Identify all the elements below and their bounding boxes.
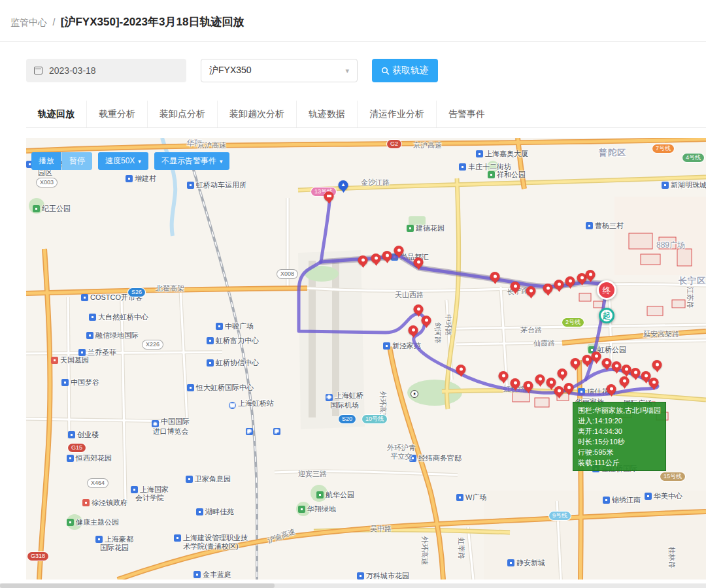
stop-marker-pin[interactable]	[394, 246, 404, 255]
stop-marker-pin[interactable]	[409, 325, 418, 335]
play-button[interactable]: 播放	[31, 152, 61, 170]
map-label: 华美中心	[645, 492, 682, 500]
stop-marker-pin[interactable]	[422, 316, 431, 325]
stop-marker-pin[interactable]	[586, 270, 596, 280]
blue-icon	[186, 476, 193, 483]
stop-marker-pin[interactable]	[371, 253, 381, 263]
stop-marker-pin[interactable]	[524, 381, 533, 391]
stop-marker-pin[interactable]	[358, 255, 368, 265]
stop-marker-pin[interactable]	[571, 358, 580, 368]
map-label: 虹桥动车运用所	[187, 181, 246, 189]
stop-marker-pin[interactable]	[414, 257, 424, 267]
truck-marker[interactable]	[324, 191, 334, 201]
stop-marker-pin[interactable]	[546, 378, 556, 387]
end-marker[interactable]: 终	[597, 280, 616, 300]
tab-3[interactable]: 装卸点分析	[147, 101, 217, 127]
page-header: 监管中心 / [沪FYX350]-2023年3月18日轨迹回放	[0, 0, 706, 42]
nav-marker[interactable]: ▲	[339, 180, 348, 190]
stop-marker-pin[interactable]	[499, 371, 509, 381]
road-shield: X464	[88, 479, 108, 487]
stop-marker-pin[interactable]	[607, 384, 616, 394]
filter-toolbar: 2023-03-18 沪FYX350 ▾ 获取轨迹	[26, 59, 706, 82]
map-label: 虹桥富力中心	[207, 336, 259, 345]
stop-marker-pin[interactable]	[554, 386, 564, 396]
star-icon: ★	[152, 420, 159, 427]
stop-marker-pin[interactable]	[511, 282, 520, 291]
stop-marker-pin[interactable]	[526, 286, 536, 296]
fetch-track-button[interactable]: 获取轨迹	[372, 59, 438, 82]
blue-icon	[662, 182, 669, 189]
map-label: ᴥ	[411, 387, 420, 398]
map-label: 剑河路	[433, 322, 442, 344]
stop-marker-pin[interactable]	[511, 378, 520, 388]
map-label: 长宁区	[679, 276, 706, 285]
tab-5[interactable]: 轨迹数据	[296, 101, 357, 127]
map-label: 华翔绿地	[298, 505, 336, 514]
stop-marker-pin[interactable]	[535, 374, 545, 384]
tab-1[interactable]: 轨迹回放	[26, 101, 86, 127]
map-label: 沪渝高速	[267, 527, 297, 545]
horizontal-scrollbar[interactable]	[0, 583, 706, 588]
stop-marker-pin[interactable]	[592, 351, 601, 361]
chevron-down-icon: ▾	[220, 158, 223, 165]
stop-marker-pin[interactable]	[490, 272, 500, 282]
stop-marker-pin[interactable]	[620, 376, 630, 386]
stop-marker-pin[interactable]	[612, 361, 622, 371]
stop-marker-pin[interactable]	[564, 383, 574, 393]
blue-icon	[603, 497, 610, 504]
stop-marker-pin[interactable]	[554, 280, 564, 289]
red-icon	[82, 499, 90, 506]
blue-icon	[207, 337, 214, 344]
map-label: 恒大虹桥国际中心	[187, 384, 254, 392]
map-label: P	[246, 425, 255, 435]
speed-select[interactable]: 速度50X▾	[98, 152, 148, 170]
stop-marker-pin[interactable]	[382, 251, 392, 261]
breadcrumb-separator: /	[52, 17, 55, 27]
map-label: 普陀区	[599, 148, 626, 157]
tab-6[interactable]: 清运作业分析	[357, 101, 436, 127]
green-icon	[33, 205, 40, 212]
stop-marker-pin[interactable]	[652, 360, 662, 370]
map-label: 京沪高速	[413, 141, 442, 150]
tooltip-line: 装载:111公斤	[578, 457, 661, 468]
alarm-display-select[interactable]: 不显示告警事件▾	[154, 152, 230, 170]
pause-button[interactable]: 暂停	[62, 152, 92, 170]
map-label: 锦绣江南	[603, 496, 641, 504]
metro-line-badge: 15号线	[660, 472, 685, 481]
map-label: 融信绿地国际	[86, 331, 139, 340]
map[interactable]: 华翔京沪高速京沪高速普陀区上海嘉奥大厦丰庄十二街坊祥和公园新湖明珠城金沙江路增建…	[26, 138, 706, 580]
tab-2[interactable]: 载重分析	[86, 101, 147, 127]
stop-marker-pin[interactable]	[565, 276, 575, 286]
map-label: 创业楼	[68, 431, 99, 439]
stop-marker-pin[interactable]	[622, 365, 631, 374]
blue-icon	[357, 572, 364, 580]
map-label: 天国墓园	[51, 356, 89, 365]
map-label: 新湖明珠城	[662, 181, 706, 189]
analysis-tabs: 轨迹回放载重分析装卸点分析装卸趟次分析轨迹数据清运作业分析告警事件	[26, 101, 706, 128]
stop-marker-pin[interactable]	[649, 378, 659, 387]
stop-marker-pin[interactable]	[602, 358, 612, 368]
tooltip-line: 离开:14:34:30	[578, 426, 661, 436]
map-label: 恒西郊花园	[67, 454, 112, 463]
start-marker[interactable]: 起	[599, 308, 614, 323]
map-label: 曹杨三村	[586, 221, 624, 230]
stop-marker-pin[interactable]	[543, 284, 553, 293]
vehicle-select[interactable]: 沪FYX350 ▾	[201, 59, 358, 82]
stop-marker-pin[interactable]	[558, 368, 567, 378]
stop-marker-pin[interactable]	[582, 355, 592, 365]
map-label: 上海国家 会计学院	[131, 485, 169, 502]
stop-marker-pin[interactable]	[414, 304, 424, 314]
chevron-down-icon: ▾	[345, 67, 349, 75]
date-picker[interactable]: 2023-03-18	[26, 59, 186, 82]
metro-line-badge: 4号线	[682, 154, 704, 162]
breadcrumb-root[interactable]: 监管中心	[10, 17, 47, 27]
tab-7[interactable]: 告警事件	[436, 101, 497, 127]
red-icon	[51, 357, 58, 364]
stop-marker-pin[interactable]	[456, 365, 466, 374]
map-label: 上海豪都 国际花园	[95, 535, 133, 552]
metro-line-badge: 9号线	[549, 512, 571, 520]
plane-icon: ✈	[326, 394, 333, 401]
metro-icon: M	[229, 402, 236, 409]
tab-4[interactable]: 装卸趟次分析	[217, 101, 296, 127]
stop-marker-pin[interactable]	[631, 368, 641, 378]
